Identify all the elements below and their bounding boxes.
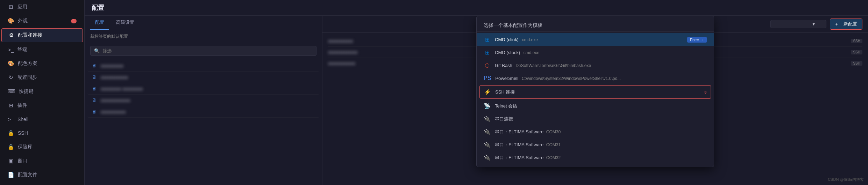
- sidebar-item-colorscheme-label: 配色方案: [18, 60, 37, 67]
- tab-config[interactable]: 配置: [90, 16, 109, 30]
- sidebar-item-vault-label: 保险库: [18, 144, 33, 150]
- dropdown-title: 选择一个基本配置作为模板: [477, 19, 714, 32]
- sidebar-item-colorscheme[interactable]: 🎨 配色方案: [1, 57, 83, 70]
- dropdown-item-eltima-com32[interactable]: 🔌 串口：ELTIMA Software COM32: [477, 151, 714, 164]
- git-icon: ⬡: [484, 62, 491, 69]
- sidebar-item-ssh-label: SSH: [18, 130, 28, 136]
- search-input[interactable]: [102, 48, 313, 53]
- list-item[interactable]: 🖥 xxxxxxxxxxxx: [87, 72, 319, 83]
- sidebar-item-appearance[interactable]: 🎨 外观 1: [1, 14, 83, 28]
- dropdown-item-ssh[interactable]: ⚡ SSH 连接 3: [479, 85, 711, 99]
- sidebar-item-apps[interactable]: ⊞ 应用: [1, 0, 83, 14]
- sidebar-item-configfiles-label: 配置文件: [18, 172, 37, 178]
- row-icon: 🖥: [92, 86, 97, 91]
- sidebar-item-shell[interactable]: >_ Shell: [1, 113, 83, 126]
- serial-icon-3: 🔌: [484, 141, 491, 148]
- configsync-icon: ↻: [8, 74, 14, 81]
- ssh-badge: SSH: [851, 39, 862, 43]
- serial-icon: 🔌: [484, 116, 491, 122]
- sidebar-item-shell-label: Shell: [17, 117, 28, 122]
- left-panel: 配置 高级设置 新标签页的默认配置 🔍 🖥 xxxxxxxxxx 🖥 xxxxx…: [85, 16, 322, 185]
- tabs-bar: 配置 高级设置: [85, 16, 322, 30]
- list-item[interactable]: 🖥 xxxxxxxxxxxxx: [87, 95, 319, 106]
- ssh-badge: SSH: [851, 50, 862, 54]
- sidebar-item-appearance-label: 外观: [18, 18, 28, 24]
- sidebar-item-plugins[interactable]: ⊞ 插件: [1, 99, 83, 112]
- plugins-icon: ⊞: [8, 102, 14, 109]
- colorscheme-icon: 🎨: [8, 60, 14, 67]
- plus-icon: +: [835, 22, 838, 27]
- terminal-icon: >_: [8, 47, 14, 53]
- shortcuts-icon: ⌨: [8, 88, 15, 95]
- tab-advanced[interactable]: 高级设置: [111, 16, 139, 30]
- search-icon: 🔍: [94, 48, 100, 53]
- list-items: 🖥 xxxxxxxxxx 🖥 xxxxxxxxxxxx 🖥 xxxxxxxxx …: [85, 59, 322, 185]
- ssh-badge-num: 3: [704, 90, 706, 94]
- main-area: 配置 配置 高级设置 新标签页的默认配置 🔍 🖥 xxxxxxxxxx 🖥 x: [85, 0, 868, 185]
- dropdown-item-cmd-clink[interactable]: ⊞ CMD (clink) cmd.exe Enter →: [477, 33, 714, 46]
- list-item[interactable]: 🖥 xxxxxxxxxx: [87, 60, 319, 72]
- dropdown-item-cmd-stock[interactable]: ⊞ CMD (stock) cmd.exe: [477, 46, 714, 59]
- sidebar-item-configsync[interactable]: ↻ 配置同步: [1, 71, 83, 84]
- dropdown-item-telnet[interactable]: 📡 Telnet 会话: [477, 99, 714, 112]
- apps-icon: ⊞: [8, 4, 14, 10]
- sidebar-item-vault[interactable]: 🔒 保险库: [1, 140, 83, 154]
- serial-icon-4: 🔌: [484, 154, 491, 161]
- sidebar-item-window-label: 窗口: [17, 158, 27, 164]
- right-panel: ▼ + + 新配置 选择一个基本配置作为模板 ⊞ CMD (clink) cmd…: [322, 16, 868, 185]
- dropdown-item-serial-conn[interactable]: 🔌 串口连接: [477, 112, 714, 125]
- sidebar-item-terminal[interactable]: >_ 终端: [1, 43, 83, 56]
- sidebar-item-configsync-label: 配置同步: [17, 74, 37, 81]
- sidebar-item-ssh[interactable]: 🔒 SSH: [1, 126, 83, 140]
- list-item[interactable]: 🖥 xxxxxxxxxxx: [87, 106, 319, 118]
- row-icon: 🖥: [92, 63, 97, 68]
- appearance-badge: 1: [71, 19, 77, 23]
- row-icon: 🖥: [92, 97, 97, 103]
- serial-icon-2: 🔌: [484, 128, 491, 135]
- ssh-badge: SSH: [851, 61, 862, 66]
- window-icon: ▣: [8, 158, 14, 164]
- sidebar-item-shortcuts[interactable]: ⌨ 快捷键: [1, 85, 83, 98]
- sidebar-item-apps-label: 应用: [17, 4, 27, 10]
- dropdown-item-powershell[interactable]: PS PowerShell C:\windows\System32\Window…: [477, 72, 714, 84]
- sidebar-item-plugins-label: 插件: [17, 102, 27, 109]
- list-item[interactable]: 🖥 xxxxxxxxx xxxxxxxxx: [87, 83, 319, 95]
- dropdown-item-eltima-com30[interactable]: 🔌 串口：ELTIMA Software COM30: [477, 125, 714, 138]
- sidebar-item-profiles[interactable]: ⚙ 配置和连接: [1, 28, 83, 42]
- topbar: 配置: [85, 0, 868, 16]
- new-config-button[interactable]: + + 新配置: [830, 18, 862, 30]
- profile-dropdown[interactable]: ▼: [770, 20, 826, 28]
- sidebar-item-configfiles[interactable]: 📄 配置文件: [1, 168, 83, 182]
- profiles-icon: ⚙: [8, 32, 14, 38]
- windows-icon: ⊞: [484, 36, 491, 43]
- powershell-icon: PS: [484, 75, 491, 81]
- sidebar-item-window[interactable]: ▣ 窗口: [1, 154, 83, 168]
- watermark: CSDN @陈Sir的博客: [828, 177, 864, 182]
- shell-icon: >_: [8, 116, 14, 122]
- template-dropdown: 选择一个基本配置作为模板 ⊞ CMD (clink) cmd.exe Enter…: [476, 16, 714, 167]
- dropdown-item-eltima-com31[interactable]: 🔌 串口：ELTIMA Software COM31: [477, 138, 714, 151]
- page-title: 配置: [92, 3, 104, 12]
- windows-icon-2: ⊞: [484, 49, 491, 56]
- sidebar-item-profiles-label: 配置和连接: [18, 32, 42, 38]
- search-bar[interactable]: 🔍: [90, 46, 316, 56]
- sidebar-item-terminal-label: 终端: [17, 46, 27, 53]
- row-icon: 🖥: [92, 109, 97, 114]
- sidebar-item-shortcuts-label: 快捷键: [19, 88, 34, 95]
- content-area: 配置 高级设置 新标签页的默认配置 🔍 🖥 xxxxxxxxxx 🖥 xxxxx…: [85, 16, 868, 185]
- vault-icon: 🔒: [8, 144, 14, 150]
- chevron-down-icon: ▼: [812, 22, 816, 26]
- panel-header: 新标签页的默认配置: [85, 30, 322, 43]
- appearance-icon: 🎨: [8, 18, 14, 24]
- configfiles-icon: 📄: [8, 172, 14, 178]
- ssh-menu-icon: ⚡: [484, 89, 491, 95]
- telnet-icon: 📡: [484, 103, 491, 109]
- row-icon: 🖥: [92, 74, 97, 80]
- sidebar: ⊞ 应用 🎨 外观 1 ⚙ 配置和连接 >_ 终端 🎨 配色方案 ↻ 配置同步 …: [0, 0, 85, 185]
- dropdown-item-git-bash[interactable]: ⬡ Git Bash D:\SoftWare\TortoiseGit\Git\b…: [477, 59, 714, 72]
- ssh-icon: 🔒: [8, 130, 14, 136]
